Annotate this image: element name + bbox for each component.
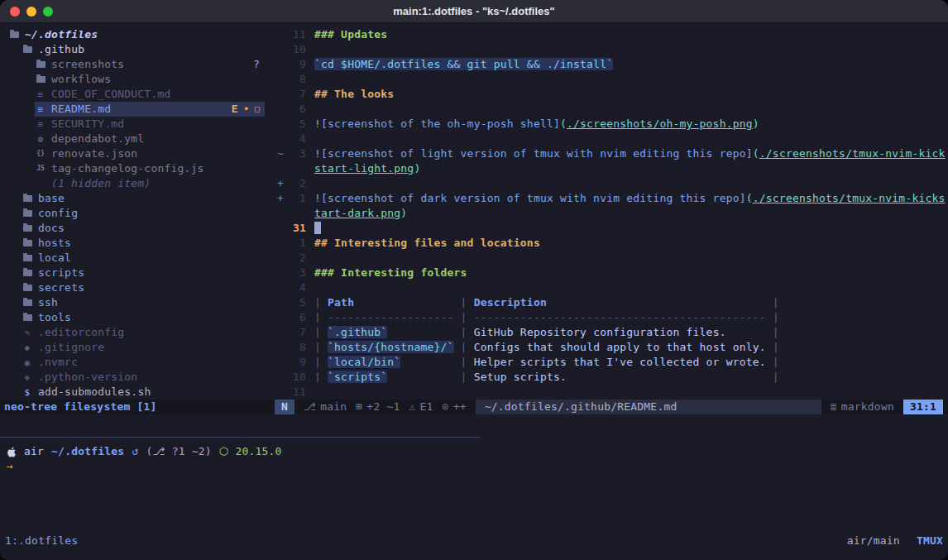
nvim-cmdline [0, 414, 948, 429]
tree-item-renovate.json[interactable]: {}renovate.json [0, 146, 275, 161]
line-number: 1 [286, 236, 306, 251]
shell-pane[interactable]: air ~/.dotfiles ↺ (⎇ ?1 ~2) ⬡ 20.15.0 → [0, 444, 948, 534]
minimize-button[interactable] [26, 7, 36, 17]
tree-item-ssh[interactable]: ssh [0, 295, 275, 310]
line-text: | `scripts` | Setup scripts. | [314, 370, 779, 385]
tree-item-screenshots[interactable]: screenshots? [0, 57, 275, 72]
git-status-marker: □ [255, 102, 260, 117]
tmux-pane-divider[interactable] [0, 437, 480, 438]
cursor-position: 31:1 [903, 400, 943, 414]
markdown-icon: ≡ [35, 120, 46, 129]
tmux-pane-divider-row [0, 429, 948, 444]
editor-line[interactable]: 2 [275, 251, 948, 266]
tree-item-.gitignore[interactable]: ◆.gitignore [0, 340, 275, 355]
zoom-button[interactable] [43, 7, 53, 17]
editor-line[interactable]: 10 [275, 42, 948, 57]
tree-item-SECURITY.md[interactable]: ≡SECURITY.md [0, 117, 275, 132]
editor-line[interactable]: 8 [275, 72, 948, 87]
close-button[interactable] [10, 7, 20, 17]
extra-text: ++ [453, 400, 467, 414]
editor-line[interactable]: 6 [275, 102, 948, 117]
item-markers: E•□ [232, 102, 260, 117]
tree-item-workflows[interactable]: workflows [0, 72, 275, 87]
editor-line[interactable]: 1## Interesting files and locations [275, 236, 948, 251]
sign-column [275, 42, 286, 57]
editor-line[interactable]: 11 [275, 385, 948, 400]
tree-item-.nvmrc[interactable]: ◉.nvmrc [0, 355, 275, 370]
diagnostic-marker: E [232, 102, 238, 117]
tree-item-add-submodules.sh[interactable]: $add-submodules.sh [0, 385, 275, 400]
editor-line[interactable]: 7## The looks [275, 87, 948, 102]
tree-item-dependabot.yml[interactable]: ⚙dependabot.yml [0, 132, 275, 146]
tree-item-tools[interactable]: tools [0, 310, 275, 325]
editor-line[interactable]: 8| `hosts/{hostname}/` | Configs that sh… [275, 340, 948, 355]
tmux-status-bar: 1:.dotfiles air/main TMUX [0, 534, 948, 548]
tmux-bar-right: air/main TMUX [847, 534, 943, 548]
tree-item-scripts[interactable]: scripts [0, 266, 275, 280]
tree-item-label: .nvmrc [38, 355, 78, 370]
tree-item-1hiddenitem[interactable]: (1 hidden item) [0, 176, 275, 191]
filetype-segment: ≣markdown [831, 400, 894, 414]
neo-tree-sidebar[interactable]: ~/.dotfiles.githubscreenshots?workflows≡… [0, 27, 275, 400]
line-text: ![screenshot of light version of tmux wi… [314, 146, 946, 161]
tree-item-label: .gitignore [38, 340, 104, 355]
editor-line[interactable]: 3### Interesting folders [275, 266, 948, 280]
sign-column [275, 325, 286, 340]
tree-item-label: add-submodules.sh [38, 385, 151, 400]
tree-item-label: .github [38, 42, 84, 57]
tree-item-.editorconfig[interactable]: ✎.editorconfig [0, 325, 275, 340]
line-number: 7 [286, 325, 306, 340]
editor-line[interactable]: 9| `local/bin` | Helper scripts that I'v… [275, 355, 948, 370]
tree-item-README.md[interactable]: ≡README.mdE•□ [0, 102, 275, 117]
sign-column [275, 370, 286, 385]
line-text: | `.github` | GitHub Repository configur… [314, 325, 779, 340]
editor-line[interactable]: 9`cd $HOME/.dotfiles && git pull && ./in… [275, 57, 948, 72]
tree-item-docs[interactable]: docs [0, 221, 275, 236]
line-number: 3 [286, 266, 306, 280]
line-number: 3 [286, 146, 306, 161]
tree-item-tag-changelog-config.js[interactable]: JStag-changelog-config.js [0, 161, 275, 176]
editor-line[interactable]: 31 [275, 221, 948, 236]
line-number: 6 [286, 102, 306, 117]
editor-line[interactable]: 6| ------------------- | ---------------… [275, 310, 948, 325]
editor-line[interactable]: 11### Updates [275, 27, 948, 42]
tree-item-.github[interactable]: .github [0, 42, 275, 57]
tree-item-local[interactable]: local [0, 251, 275, 266]
editor-buffer[interactable]: 11### Updates 10 9`cd $HOME/.dotfiles &&… [275, 27, 948, 400]
editor-line[interactable]: 4 [275, 132, 948, 146]
editor-line[interactable]: 7| `.github` | GitHub Repository configu… [275, 325, 948, 340]
folder-icon [22, 46, 33, 53]
tree-item-.python-version[interactable]: ❖.python-version [0, 370, 275, 385]
git-sign: + [275, 191, 286, 206]
editor-line[interactable]: 4 [275, 280, 948, 295]
sign-column [275, 132, 286, 146]
tmux-window-name[interactable]: 1:.dotfiles [5, 534, 78, 548]
tree-item-secrets[interactable]: secrets [0, 280, 275, 295]
prompt-input-line[interactable]: → [7, 459, 948, 474]
line-number: 1 [286, 191, 306, 206]
editor-line[interactable]: start-light.png) [275, 161, 948, 176]
sign-column [275, 27, 286, 42]
git-sign: ~ [275, 146, 286, 161]
tree-item-hosts[interactable]: hosts [0, 236, 275, 251]
tree-item-CODE_OF_CONDUCT.md[interactable]: ≡CODE_OF_CONDUCT.md [0, 87, 275, 102]
editor-line[interactable]: 10| `scripts` | Setup scripts. | [275, 370, 948, 385]
modified-marker: • [243, 102, 250, 117]
editor-line[interactable]: tart-dark.png) [275, 206, 948, 221]
terminal-window: main:1:.dotfiles - "ks~/.dotfiles" ~/.do… [0, 0, 948, 560]
editor-line[interactable]: 5![screenshot of the oh-my-posh shell](.… [275, 117, 948, 132]
folder-icon [35, 61, 46, 68]
line-text: tart-dark.png) [314, 206, 407, 221]
tree-item-~.dotfiles[interactable]: ~/.dotfiles [0, 27, 275, 42]
prompt-arrow: → [7, 459, 13, 474]
editor-line[interactable]: ~3![screenshot of light version of tmux … [275, 146, 948, 161]
editor-line[interactable]: +1![screenshot of dark version of tmux w… [275, 191, 948, 206]
editor-line[interactable]: 5| Path | Description | [275, 295, 948, 310]
editor-line[interactable]: +2 [275, 176, 948, 191]
tree-item-config[interactable]: config [0, 206, 275, 221]
mode-indicator: N [275, 400, 294, 414]
git-sign: + [275, 176, 286, 191]
tree-item-base[interactable]: base [0, 191, 275, 206]
python-icon: ❖ [22, 373, 33, 382]
window-title: main:1:.dotfiles - "ks~/.dotfiles" [393, 4, 554, 19]
